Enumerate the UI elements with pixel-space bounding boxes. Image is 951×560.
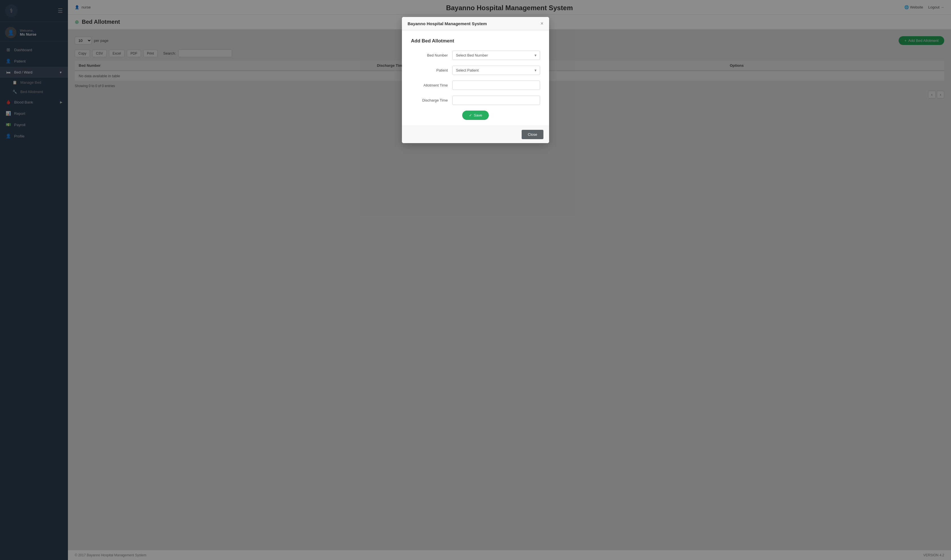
modal: Bayanno Hospital Management System × Add… [402,17,549,143]
allotment-time-group: Allotment Time [411,81,540,90]
patient-group: Patient Select Patient ▼ [411,66,540,75]
bed-number-group: Bed Number Select Bed Number ▼ [411,51,540,60]
discharge-time-label: Discharge Time [411,98,448,102]
modal-overlay: Bayanno Hospital Management System × Add… [0,0,951,560]
save-label: Save [474,113,482,117]
allotment-time-label: Allotment Time [411,83,448,88]
patient-select-wrapper: Select Patient ▼ [452,66,540,75]
discharge-time-input[interactable] [452,95,540,105]
bed-number-select-wrapper: Select Bed Number ▼ [452,51,540,60]
modal-body: Add Bed Allotment Bed Number Select Bed … [402,30,549,126]
save-button[interactable]: ✓ Save [462,111,489,120]
checkmark-icon: ✓ [469,113,472,117]
modal-form-title: Add Bed Allotment [411,38,540,44]
patient-select[interactable]: Select Patient [452,66,540,75]
modal-footer: Close [402,126,549,143]
close-button[interactable]: Close [522,130,543,139]
bed-number-select[interactable]: Select Bed Number [452,51,540,60]
allotment-time-input[interactable] [452,81,540,90]
discharge-time-group: Discharge Time [411,95,540,105]
modal-close-button[interactable]: × [540,21,543,26]
modal-header: Bayanno Hospital Management System × [402,17,549,30]
patient-label: Patient [411,68,448,72]
bed-number-label: Bed Number [411,53,448,57]
modal-title: Bayanno Hospital Management System [408,21,487,26]
